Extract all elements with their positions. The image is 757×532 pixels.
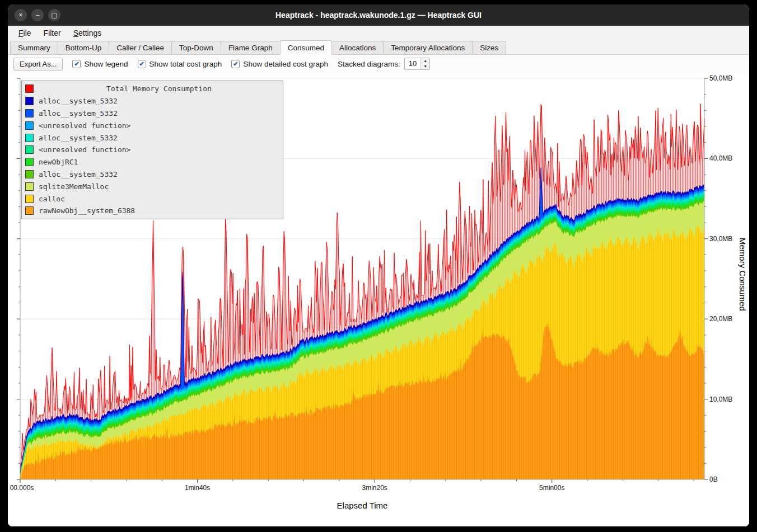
legend-label: alloc__system_5332 xyxy=(39,97,118,105)
legend-swatch xyxy=(25,182,34,191)
svg-text:30,0MB: 30,0MB xyxy=(709,235,732,243)
tab-sizes[interactable]: Sizes xyxy=(472,41,506,54)
maximize-button[interactable]: ▢ xyxy=(48,9,60,21)
legend-item: newObjRC1 xyxy=(25,156,279,168)
svg-text:20,0MB: 20,0MB xyxy=(709,315,732,323)
titlebar: ×–▢ Heaptrack - heaptrack.wakunode.1.gz … xyxy=(8,4,749,26)
chart-legend: Total Memory Consumptionalloc__system_53… xyxy=(21,81,283,219)
chart-area: 0B10,0MB20,0MB30,0MB40,0MB50,0MB00.000s1… xyxy=(8,73,749,526)
tab-consumed[interactable]: Consumed xyxy=(280,40,332,55)
tab-temporary-allocations[interactable]: Temporary Allocations xyxy=(383,41,473,54)
legend-swatch xyxy=(25,195,34,203)
tab-allocations[interactable]: Allocations xyxy=(331,41,384,54)
x-axis-title: Elapsed Time xyxy=(337,501,388,510)
svg-text:40,0MB: 40,0MB xyxy=(709,154,732,162)
menubar: FileFilterSettings xyxy=(8,26,749,40)
legend-swatch xyxy=(25,206,34,215)
legend-item: <unresolved function> xyxy=(25,144,279,156)
stacked-diagrams-spinbox[interactable]: 10 ▲ ▼ xyxy=(404,58,430,70)
export-as-button[interactable]: Export As... xyxy=(13,58,63,70)
menu-settings[interactable]: Settings xyxy=(68,27,107,39)
legend-item: alloc__system_5332 xyxy=(25,168,279,181)
svg-text:1min40s: 1min40s xyxy=(185,484,210,492)
legend-swatch xyxy=(25,109,34,117)
legend-label: <unresolved function> xyxy=(39,121,130,130)
svg-text:3min20s: 3min20s xyxy=(362,484,387,492)
tab-bottom-up[interactable]: Bottom-Up xyxy=(58,41,110,54)
x-tick-labels: 00.000s1min40s3min20s5min00s xyxy=(10,479,694,492)
minimize-button[interactable]: – xyxy=(31,9,44,21)
window-controls: ×–▢ xyxy=(15,4,60,26)
legend-swatch xyxy=(25,97,34,105)
legend-item: <unresolved function> xyxy=(25,119,279,131)
legend-label: Total Memory Consumption xyxy=(39,84,279,93)
legend-item: calloc xyxy=(25,192,279,205)
toolbar: Export As... ✔Show legend✔Show total cos… xyxy=(8,55,749,73)
legend-swatch xyxy=(25,121,34,130)
legend-item: alloc__system_5332 xyxy=(25,95,279,107)
checkbox-icon: ✔ xyxy=(138,60,146,68)
close-button[interactable]: × xyxy=(15,9,27,21)
legend-label: <unresolved function> xyxy=(39,145,130,154)
y-axis-title: Memory Consumed xyxy=(738,238,747,311)
legend-swatch xyxy=(25,84,34,93)
svg-text:50,0MB: 50,0MB xyxy=(709,74,732,82)
legend-label: rawNewObj__system_6388 xyxy=(39,206,135,215)
spinbox-value: 10 xyxy=(405,58,420,69)
tab-caller-callee[interactable]: Caller / Callee xyxy=(109,41,172,54)
checkbox-show-total-cost-graph[interactable]: ✔Show total cost graph xyxy=(138,60,222,68)
legend-label: calloc xyxy=(39,195,65,203)
svg-text:10,0MB: 10,0MB xyxy=(709,396,732,403)
close-icon: × xyxy=(18,12,22,18)
spin-up-button[interactable]: ▲ xyxy=(421,58,429,64)
legend-swatch xyxy=(25,145,34,154)
legend-item: rawNewObj__system_6388 xyxy=(25,205,279,217)
checkbox-group: ✔Show legend✔Show total cost graph✔Show … xyxy=(72,60,328,68)
svg-text:5min00s: 5min00s xyxy=(539,484,564,492)
legend-label: alloc__system_5332 xyxy=(39,134,118,142)
tab-top-down[interactable]: Top-Down xyxy=(171,41,221,54)
legend-title-row: Total Memory Consumption xyxy=(25,83,279,95)
legend-item: alloc__system_5332 xyxy=(25,107,279,120)
maximize-icon: ▢ xyxy=(51,12,57,18)
spinbox-buttons: ▲ ▼ xyxy=(420,58,429,69)
checkbox-show-legend[interactable]: ✔Show legend xyxy=(72,60,128,68)
tab-bar: SummaryBottom-UpCaller / CalleeTop-DownF… xyxy=(8,40,749,55)
svg-text:00.000s: 00.000s xyxy=(10,484,34,492)
menu-filter[interactable]: Filter xyxy=(39,27,66,39)
checkbox-show-detailed-cost-graph[interactable]: ✔Show detailed cost graph xyxy=(231,60,328,68)
svg-text:0B: 0B xyxy=(709,475,718,483)
checkbox-icon: ✔ xyxy=(231,60,240,68)
legend-label: sqlite3MemMalloc xyxy=(39,182,109,191)
minimize-icon: – xyxy=(36,12,40,18)
checkbox-label: Show legend xyxy=(84,60,128,68)
checkbox-icon: ✔ xyxy=(72,60,81,68)
legend-swatch xyxy=(25,158,34,166)
legend-swatch xyxy=(25,170,34,178)
legend-swatch xyxy=(25,134,34,142)
checkbox-label: Show total cost graph xyxy=(149,60,222,68)
spin-down-button[interactable]: ▼ xyxy=(421,64,429,69)
legend-label: alloc__system_5332 xyxy=(39,109,118,117)
legend-label: alloc__system_5332 xyxy=(39,170,118,178)
stacked-diagrams-label: Stacked diagrams: xyxy=(338,60,400,68)
legend-item: sqlite3MemMalloc xyxy=(25,180,279,192)
window-title: Heaptrack - heaptrack.wakunode.1.gz — He… xyxy=(8,11,749,20)
legend-item: alloc__system_5332 xyxy=(25,131,279,144)
app-window: ×–▢ Heaptrack - heaptrack.wakunode.1.gz … xyxy=(8,4,749,526)
tab-summary[interactable]: Summary xyxy=(10,41,58,54)
checkbox-label: Show detailed cost graph xyxy=(243,60,328,68)
stacked-diagrams-group: Stacked diagrams: 10 ▲ ▼ xyxy=(338,58,430,70)
legend-label: newObjRC1 xyxy=(39,158,78,166)
menu-file[interactable]: File xyxy=(13,27,36,39)
tab-flame-graph[interactable]: Flame Graph xyxy=(221,41,281,54)
